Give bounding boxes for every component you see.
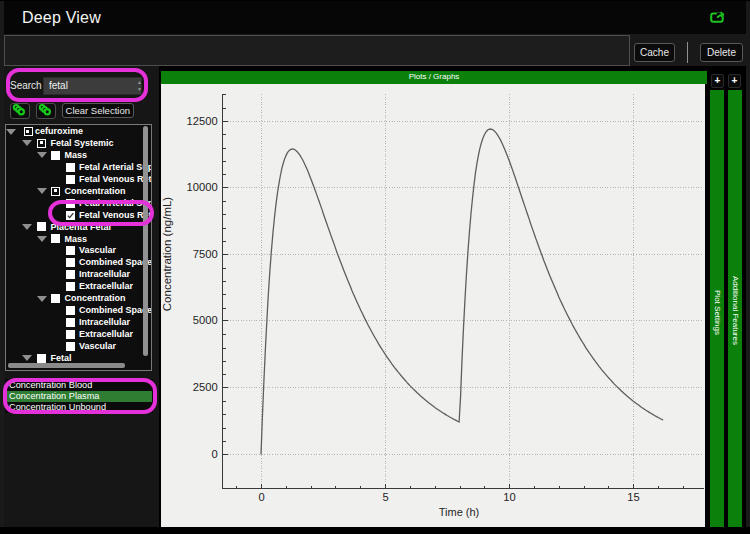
svg-text:Time (h): Time (h) xyxy=(439,506,480,518)
svg-text:0: 0 xyxy=(211,448,217,460)
svg-text:0: 0 xyxy=(258,491,264,503)
svg-text:12500: 12500 xyxy=(187,115,218,127)
svg-text:7500: 7500 xyxy=(193,248,218,260)
svg-text:5: 5 xyxy=(382,491,388,503)
svg-text:5000: 5000 xyxy=(193,314,218,326)
svg-text:15: 15 xyxy=(627,491,639,503)
svg-text:10: 10 xyxy=(503,491,515,503)
svg-text:Concentration (ng/mL): Concentration (ng/mL) xyxy=(161,197,173,312)
svg-text:10000: 10000 xyxy=(187,181,218,193)
svg-text:2500: 2500 xyxy=(193,381,218,393)
